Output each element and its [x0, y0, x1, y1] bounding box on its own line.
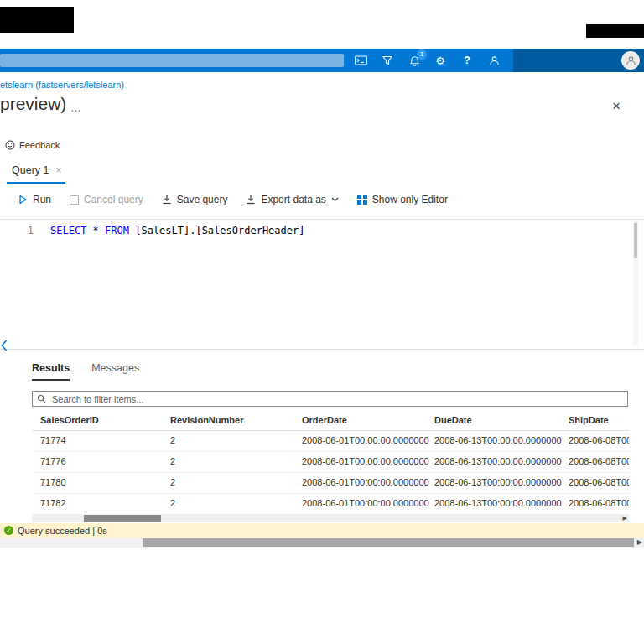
success-check-icon: ✓ [4, 526, 13, 535]
window-artifact-right [586, 24, 644, 38]
active-tab-underline [7, 182, 65, 184]
sql-keyword-select: SELECT [50, 225, 86, 236]
cancel-query-label: Cancel query [84, 194, 143, 205]
stop-icon [70, 195, 79, 205]
sql-editor[interactable]: 1 SELECT * FROM [SalesLT].[SalesOrderHea… [0, 219, 644, 350]
feedback-link[interactable]: Feedback [5, 140, 60, 150]
column-header[interactable]: RevisionNumber [170, 410, 243, 430]
settings-gear-icon[interactable]: ⚙ [428, 49, 452, 72]
play-icon [18, 195, 28, 205]
table-scrollbar-thumb[interactable] [84, 515, 161, 522]
column-header[interactable]: ShipDate [569, 410, 609, 430]
table-cell: 2008-06-13T00:00:00.0000000 [434, 451, 562, 472]
sql-identifier: [SalesLT].[SalesOrderHeader] [129, 225, 305, 236]
query-tab-label: Query 1 [12, 164, 49, 176]
editor-vertical-scrollbar[interactable] [633, 221, 638, 345]
column-header[interactable]: DueDate [434, 410, 472, 430]
tab-results[interactable]: Results [32, 362, 70, 381]
results-messages-tabs: Results Messages [32, 362, 139, 381]
show-only-editor-button[interactable]: Show only Editor [357, 194, 448, 205]
table-cell: 71776 [40, 451, 66, 472]
tab-query-1[interactable]: Query 1 × [12, 164, 61, 176]
page-scrollbar-thumb[interactable] [143, 538, 634, 547]
table-row[interactable]: 71774 2 2008-06-01T00:00:00.0000000 2008… [32, 430, 629, 452]
account-avatar[interactable] [621, 51, 640, 70]
help-icon[interactable]: ? [455, 49, 479, 72]
column-header[interactable]: OrderDate [302, 410, 347, 430]
top-nav-bar: 1 ⚙ ? [0, 49, 644, 72]
close-blade-button[interactable]: × [612, 98, 621, 115]
table-cell: 2008-06-08T00: [569, 472, 629, 493]
chevron-down-icon [331, 197, 339, 202]
table-cell: 2 [170, 430, 175, 451]
column-header[interactable]: SalesOrderID [40, 410, 99, 430]
results-table: SalesOrderID RevisionNumber OrderDate Du… [32, 410, 629, 516]
feedback-person-icon[interactable] [482, 49, 506, 72]
table-cell: 71774 [40, 430, 66, 451]
close-tab-icon[interactable]: × [55, 164, 61, 176]
table-cell: 2008-06-01T00:00:00.0000000 [302, 451, 429, 472]
notification-badge: 1 [417, 49, 427, 60]
table-cell: 2 [170, 493, 175, 514]
table-cell: 2008-06-01T00:00:00.0000000 [302, 493, 429, 514]
chevron-left-icon [1, 340, 8, 351]
table-cell: 2008-06-08T00: [569, 493, 629, 514]
status-message: Query succeeded | 0s [18, 526, 107, 536]
window-artifact-left [0, 7, 74, 33]
save-query-button[interactable]: Save query [162, 194, 228, 205]
table-cell: 2008-06-13T00:00:00.0000000 [434, 472, 562, 493]
query-toolbar: Run Cancel query Save query Export data … [18, 194, 448, 205]
sql-code-line: SELECT * FROM [SalesLT].[SalesOrderHeade… [50, 225, 304, 236]
table-row[interactable]: 71776 2 2008-06-01T00:00:00.0000000 2008… [32, 451, 629, 473]
cancel-query-button[interactable]: Cancel query [70, 194, 143, 205]
table-cell: 2008-06-08T00: [569, 430, 629, 451]
screen: 1 ⚙ ? etslearn (fastservers/letslearn) p… [0, 0, 644, 644]
table-row[interactable]: 71782 2 2008-06-01T00:00:00.0000000 2008… [32, 493, 629, 515]
export-download-icon [246, 195, 256, 205]
editor-scrollbar-thumb[interactable] [634, 223, 637, 258]
sql-operator: * [86, 225, 105, 236]
directory-filter-icon[interactable] [376, 49, 399, 72]
show-only-editor-label: Show only Editor [372, 194, 448, 205]
help-glyph: ? [464, 55, 470, 66]
notifications-bell-icon[interactable]: 1 [402, 49, 426, 72]
feedback-label: Feedback [19, 140, 60, 150]
context-menu-icon[interactable]: … [70, 101, 82, 114]
table-cell: 2008-06-01T00:00:00.0000000 [302, 472, 429, 493]
run-button[interactable]: Run [18, 194, 51, 205]
run-label: Run [33, 194, 51, 205]
grid-icon [357, 195, 367, 205]
table-horizontal-scrollbar[interactable]: ▶ [32, 514, 629, 522]
table-cell: 2008-06-13T00:00:00.0000000 [434, 430, 562, 451]
sql-keyword-from: FROM [105, 225, 129, 236]
cloud-shell-icon[interactable] [349, 49, 372, 72]
breadcrumb[interactable]: etslearn (fastservers/letslearn) [0, 80, 124, 90]
scroll-right-arrow-icon[interactable]: ▶ [623, 514, 627, 522]
global-search-input[interactable] [0, 54, 344, 67]
table-cell: 71780 [40, 472, 66, 493]
scroll-right-arrow-icon[interactable]: ▶ [637, 538, 642, 548]
export-data-as-label: Export data as [261, 194, 325, 205]
filter-items-input[interactable] [50, 393, 623, 405]
table-cell: 2008-06-08T00: [569, 451, 629, 472]
gear-glyph: ⚙ [435, 55, 445, 66]
table-header-row: SalesOrderID RevisionNumber OrderDate Du… [32, 410, 629, 431]
page-horizontal-scrollbar[interactable]: ▶ [0, 538, 644, 548]
filter-box [32, 391, 628, 407]
table-cell: 2 [170, 472, 175, 493]
search-icon [37, 394, 46, 403]
line-number: 1 [0, 225, 34, 236]
export-data-as-button[interactable]: Export data as [246, 194, 338, 205]
save-query-label: Save query [177, 194, 228, 205]
table-cell: 2008-06-01T00:00:00.0000000 [302, 430, 429, 451]
table-row[interactable]: 71780 2 2008-06-01T00:00:00.0000000 2008… [32, 472, 629, 494]
tab-messages[interactable]: Messages [91, 362, 139, 381]
collapse-panel-chevron[interactable] [1, 340, 8, 355]
status-bar: ✓ Query succeeded | 0s [0, 523, 644, 538]
table-cell: 2008-06-13T00:00:00.0000000 [434, 493, 562, 514]
save-download-icon [162, 195, 172, 205]
smiley-feedback-icon [5, 140, 15, 150]
table-cell: 71782 [40, 493, 66, 514]
page-title: preview) [0, 94, 66, 114]
table-cell: 2 [170, 451, 175, 472]
